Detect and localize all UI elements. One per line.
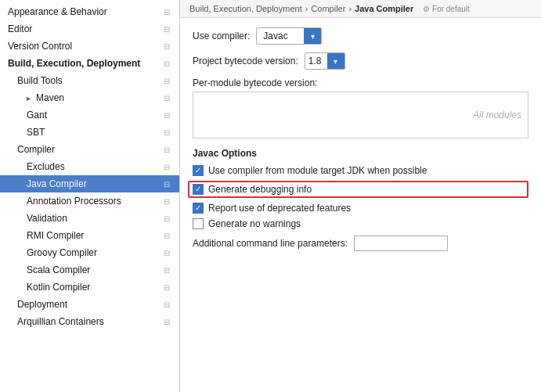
option-label-report-deprecated[interactable]: Report use of deprecated features: [193, 203, 351, 214]
option-label-generate-debugging-info[interactable]: Generate debugging info: [193, 184, 312, 195]
settings-page-icon: ⊟: [160, 197, 173, 206]
sidebar-item-java-compiler[interactable]: Java Compiler⊟: [0, 175, 179, 192]
sidebar-item-label: Deployment: [17, 299, 67, 310]
settings-page-icon: ⊟: [160, 300, 173, 309]
settings-page-icon: ⊟: [160, 25, 173, 34]
option-row-generate-no-warnings: Generate no warnings: [193, 218, 528, 229]
settings-page-icon: ⊟: [160, 8, 173, 16]
additional-cmd-row: Additional command line parameters:: [193, 236, 528, 251]
breadcrumb-sep-1: ›: [305, 4, 308, 13]
arrow-icon: ▸: [27, 94, 34, 102]
option-row-report-deprecated: Report use of deprecated features: [193, 203, 528, 214]
sidebar-item-label: Maven: [36, 92, 64, 103]
additional-cmd-input[interactable]: [354, 236, 448, 251]
sidebar-item-label: Editor: [8, 23, 32, 34]
breadcrumb: Build, Execution, Deployment › Compiler …: [180, 0, 541, 18]
per-module-table: All modules: [193, 92, 528, 138]
project-bytecode-value: 1.8: [305, 56, 327, 67]
settings-page-icon: ⊟: [160, 42, 173, 51]
breadcrumb-part-1: Build, Execution, Deployment: [189, 4, 302, 13]
settings-page-icon: ⊟: [160, 266, 173, 275]
settings-page-icon: ⊟: [160, 163, 173, 171]
sidebar-item-arquillian-containers[interactable]: Arquillian Containers⊟: [0, 313, 179, 330]
project-bytecode-arrow-icon[interactable]: ▾: [327, 52, 344, 70]
sidebar-item-label: SBT: [27, 127, 45, 138]
sidebar-item-label: Build, Execution, Deployment: [8, 58, 140, 69]
option-row-use-compiler-from-module: Use compiler from module target JDK when…: [193, 165, 528, 176]
use-compiler-label: Use compiler:: [193, 31, 250, 41]
sidebar-item-version-control[interactable]: Version Control⊟: [0, 38, 179, 55]
all-modules-text: All modules: [473, 110, 521, 120]
sidebar-item-gant[interactable]: Gant⊟: [0, 106, 179, 124]
sidebar-item-label: Annotation Processors: [27, 196, 121, 207]
sidebar-item-deployment[interactable]: Deployment⊟: [0, 296, 179, 313]
settings-page-icon: ⊟: [160, 249, 173, 257]
settings-page-icon: ⊟: [160, 94, 173, 102]
use-compiler-row: Use compiler: Javac ▾: [193, 27, 528, 45]
per-module-label: Per-module bytecode version:: [193, 77, 528, 88]
breadcrumb-part-3: Java Compiler: [355, 4, 413, 13]
option-label-use-compiler-from-module[interactable]: Use compiler from module target JDK when…: [193, 165, 427, 176]
checkbox-generate-no-warnings[interactable]: [193, 218, 204, 229]
sidebar-item-groovy-compiler[interactable]: Groovy Compiler⊟: [0, 244, 179, 261]
option-text-use-compiler-from-module: Use compiler from module target JDK when…: [208, 165, 427, 176]
sidebar-item-label: Arquillian Containers: [17, 316, 104, 327]
sidebar-item-sbt[interactable]: SBT⊟: [0, 124, 179, 141]
sidebar-item-label: Version Control: [8, 41, 72, 52]
javac-options-title: Javac Options: [193, 148, 528, 159]
sidebar-item-label: Kotlin Compiler: [27, 282, 90, 293]
settings-page-icon: ⊟: [160, 111, 173, 120]
sidebar-item-label: Excludes: [27, 161, 65, 172]
settings-page-icon: ⊟: [160, 318, 173, 326]
option-row-generate-debugging-info: Generate debugging info: [188, 181, 528, 198]
sidebar-item-annotation-processors[interactable]: Annotation Processors⊟: [0, 192, 179, 210]
sidebar-item-label: Appearance & Behavior: [8, 6, 107, 17]
additional-cmd-label: Additional command line parameters:: [193, 238, 348, 249]
sidebar-item-excludes[interactable]: Excludes⊟: [0, 158, 179, 175]
main-content: Build, Execution, Deployment › Compiler …: [180, 0, 541, 392]
sidebar-item-appearance[interactable]: Appearance & Behavior⊟: [0, 3, 179, 20]
breadcrumb-part-2: Compiler: [311, 4, 345, 13]
project-bytecode-label: Project bytecode version:: [193, 56, 298, 67]
breadcrumb-for-default: ⚙ For default: [423, 5, 470, 13]
settings-page-icon: ⊟: [160, 146, 173, 154]
checkbox-use-compiler-from-module[interactable]: [193, 165, 204, 176]
settings-page-icon: ⊟: [160, 232, 173, 240]
option-label-generate-no-warnings[interactable]: Generate no warnings: [193, 218, 301, 229]
sidebar-item-label: Groovy Compiler: [27, 247, 97, 258]
use-compiler-value: Javac: [257, 31, 304, 41]
sidebar-item-build-execution[interactable]: Build, Execution, Deployment⊟: [0, 55, 179, 72]
sidebar-item-label: Build Tools: [17, 75, 63, 86]
options-container: Use compiler from module target JDK when…: [193, 165, 528, 229]
sidebar-item-label: RMI Compiler: [27, 230, 84, 241]
sidebar-item-compiler[interactable]: Compiler⊟: [0, 141, 179, 158]
sidebar-item-kotlin-compiler[interactable]: Kotlin Compiler⊟: [0, 279, 179, 296]
settings-page-icon: ⊟: [160, 77, 173, 85]
project-bytecode-row: Project bytecode version: 1.8 ▾: [193, 52, 528, 70]
settings-sidebar: Appearance & Behavior⊟Editor⊟Version Con…: [0, 0, 180, 392]
sidebar-item-editor[interactable]: Editor⊟: [0, 20, 179, 38]
option-text-generate-debugging-info: Generate debugging info: [208, 184, 312, 195]
sidebar-item-label: Validation: [27, 213, 67, 224]
use-compiler-dropdown[interactable]: Javac ▾: [256, 27, 322, 45]
settings-page-icon: ⊟: [160, 180, 173, 189]
checkbox-generate-debugging-info[interactable]: [193, 184, 204, 195]
sidebar-item-label: Compiler: [17, 144, 55, 155]
sidebar-item-maven[interactable]: ▸Maven⊟: [0, 89, 179, 106]
settings-page-icon: ⊟: [160, 283, 173, 292]
project-bytecode-dropdown[interactable]: 1.8 ▾: [305, 52, 345, 70]
option-text-generate-no-warnings: Generate no warnings: [208, 218, 301, 229]
sidebar-item-label: Gant: [27, 110, 47, 120]
sidebar-item-validation[interactable]: Validation⊟: [0, 210, 179, 227]
sidebar-item-label: Scala Compiler: [27, 264, 90, 275]
sidebar-item-scala-compiler[interactable]: Scala Compiler⊟: [0, 261, 179, 279]
settings-page-icon: ⊟: [160, 59, 173, 68]
breadcrumb-sep-2: ›: [348, 4, 352, 13]
sidebar-item-rmi-compiler[interactable]: RMI Compiler⊟: [0, 227, 179, 244]
sidebar-item-build-tools[interactable]: Build Tools⊟: [0, 72, 179, 89]
settings-page-icon: ⊟: [160, 214, 173, 223]
option-text-report-deprecated: Report use of deprecated features: [208, 203, 351, 214]
use-compiler-arrow-icon[interactable]: ▾: [304, 27, 321, 45]
checkbox-report-deprecated[interactable]: [193, 203, 204, 214]
sidebar-item-label: Java Compiler: [27, 178, 87, 189]
